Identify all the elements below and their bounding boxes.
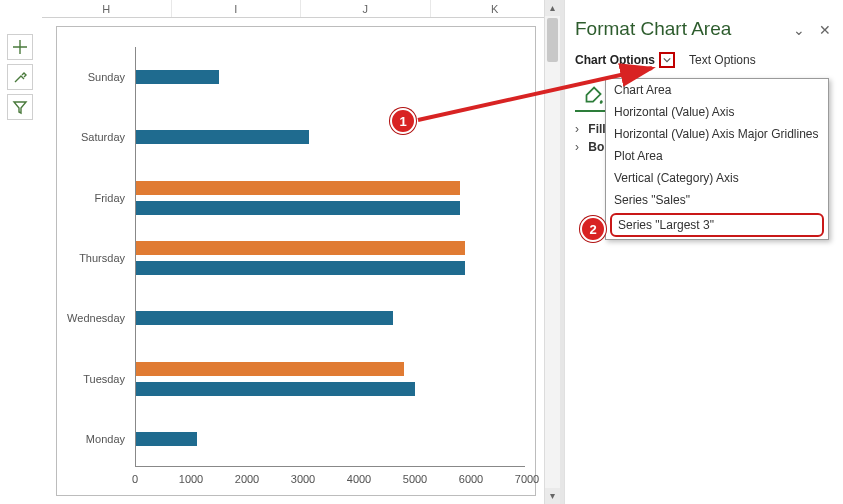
callout-1: 1 [390, 108, 416, 134]
chart-options-dropdown-button[interactable] [659, 52, 675, 68]
bar-sales[interactable] [135, 130, 309, 144]
text-options-tab[interactable]: Text Options [689, 53, 756, 67]
x-tick-label: 0 [132, 473, 138, 485]
dropdown-item[interactable]: Plot Area [606, 145, 828, 167]
dropdown-item[interactable]: Series "Largest 3" [610, 213, 824, 237]
y-tick-label: Saturday [81, 131, 125, 143]
bar-largest3[interactable] [135, 181, 460, 195]
dropdown-item[interactable]: Horizontal (Value) Axis Major Gridlines [606, 123, 828, 145]
bar-sales[interactable] [135, 70, 219, 84]
chart-options-tab[interactable]: Chart Options [575, 53, 655, 67]
y-tick-label: Thursday [79, 252, 125, 264]
dropdown-item[interactable]: Vertical (Category) Axis [606, 167, 828, 189]
col-I[interactable]: I [172, 0, 302, 17]
callout-2: 2 [580, 216, 606, 242]
y-axis-labels: SundaySaturdayFridayThursdayWednesdayTue… [57, 47, 131, 467]
plot-area[interactable] [135, 47, 525, 467]
bar-sales[interactable] [135, 432, 197, 446]
chart-elements-button[interactable] [7, 34, 33, 60]
y-tick-label: Friday [94, 192, 125, 204]
x-axis-labels: 01000200030004000500060007000 [135, 471, 525, 491]
bar-sales[interactable] [135, 261, 465, 275]
options-tabs: Chart Options Text Options [575, 52, 829, 68]
close-icon[interactable]: ✕ [819, 22, 831, 38]
format-pane: Format Chart Area ⌄ ✕ Chart Options Text… [564, 0, 843, 504]
y-tick-label: Wednesday [67, 312, 125, 324]
x-tick-label: 1000 [179, 473, 203, 485]
scroll-thumb[interactable] [547, 18, 558, 62]
x-tick-label: 5000 [403, 473, 427, 485]
chart-elements-dropdown[interactable]: Chart AreaHorizontal (Value) AxisHorizon… [605, 78, 829, 240]
chart-styles-button[interactable] [7, 64, 33, 90]
y-axis-line [135, 47, 136, 467]
task-pane-options-icon[interactable]: ⌄ [793, 22, 805, 38]
dropdown-item[interactable]: Horizontal (Value) Axis [606, 101, 828, 123]
x-tick-label: 4000 [347, 473, 371, 485]
column-headers: H I J K [42, 0, 560, 18]
bar-sales[interactable] [135, 201, 460, 215]
dropdown-item[interactable]: Series "Sales" [606, 189, 828, 211]
scroll-up-icon[interactable]: ▴ [545, 0, 560, 16]
col-K[interactable]: K [431, 0, 561, 17]
col-H[interactable]: H [42, 0, 172, 17]
x-tick-label: 3000 [291, 473, 315, 485]
scroll-down-icon[interactable]: ▾ [545, 488, 560, 504]
y-tick-label: Tuesday [83, 373, 125, 385]
bar-sales[interactable] [135, 382, 415, 396]
x-tick-label: 7000 [515, 473, 539, 485]
x-axis-line [135, 466, 525, 467]
chart-filters-button[interactable] [7, 94, 33, 120]
y-tick-label: Sunday [88, 71, 125, 83]
y-tick-label: Monday [86, 433, 125, 445]
chart-quick-tools [7, 34, 35, 124]
x-tick-label: 6000 [459, 473, 483, 485]
col-J[interactable]: J [301, 0, 431, 17]
bar-largest3[interactable] [135, 241, 465, 255]
chart-area[interactable]: SundaySaturdayFridayThursdayWednesdayTue… [56, 26, 536, 496]
dropdown-item[interactable]: Chart Area [606, 79, 828, 101]
bar-largest3[interactable] [135, 362, 404, 376]
x-tick-label: 2000 [235, 473, 259, 485]
bar-sales[interactable] [135, 311, 393, 325]
pane-title: Format Chart Area [575, 18, 829, 40]
vertical-scrollbar[interactable]: ▴ ▾ [544, 0, 560, 504]
chevron-right-icon: › [575, 122, 585, 136]
chevron-right-icon: › [575, 140, 585, 154]
